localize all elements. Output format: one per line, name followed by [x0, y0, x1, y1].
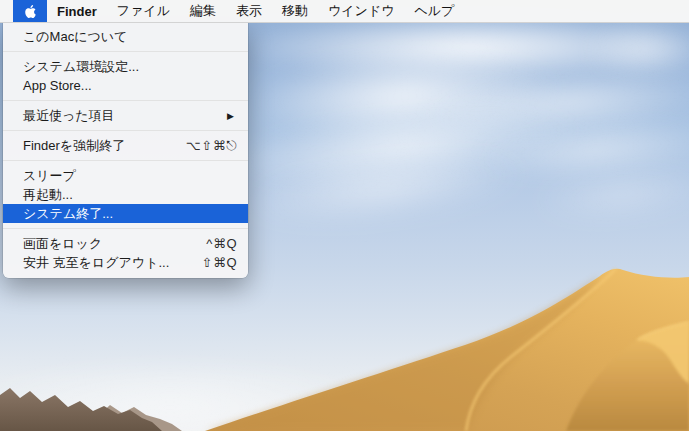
submenu-arrow-icon: ▶	[227, 111, 237, 121]
menu-item-app-store[interactable]: App Store...	[3, 76, 248, 95]
menu-item-label: システム終了...	[23, 205, 113, 223]
menu-item-label: 安井 克至をログアウト...	[23, 254, 169, 272]
menu-item-label: Finderを強制終了	[23, 137, 125, 155]
menubar-item-window[interactable]: ウインドウ	[318, 0, 405, 22]
menu-item-force-quit-finder[interactable]: Finderを強制終了 ⌥⇧⌘⎋	[3, 136, 248, 155]
menubar-item-go[interactable]: 移動	[272, 0, 318, 22]
menu-item-label: このMacについて	[23, 28, 127, 46]
menu-item-log-out-user[interactable]: 安井 克至をログアウト... ⇧⌘Q	[3, 253, 248, 272]
menu-item-label: 画面をロック	[23, 235, 102, 253]
menu-item-label: スリープ	[23, 167, 76, 185]
shortcut-label: ⇧⌘Q	[201, 255, 237, 270]
menu-item-lock-screen[interactable]: 画面をロック ^⌘Q	[3, 234, 248, 253]
menu-item-recent-items[interactable]: 最近使った項目 ▶	[3, 106, 248, 125]
menu-item-label: 再起動...	[23, 186, 73, 204]
menu-item-shut-down[interactable]: システム終了...	[3, 204, 248, 223]
desktop: Finder ファイル 編集 表示 移動 ウインドウ ヘルプ このMacについて…	[0, 0, 689, 431]
menu-item-sleep[interactable]: スリープ	[3, 166, 248, 185]
menubar-item-help[interactable]: ヘルプ	[404, 0, 464, 22]
menubar-item-file[interactable]: ファイル	[107, 0, 180, 22]
shortcut-label: ^⌘Q	[206, 236, 237, 251]
menu-item-label: 最近使った項目	[23, 107, 115, 125]
menu-item-about-this-mac[interactable]: このMacについて	[3, 27, 248, 46]
menu-separator	[3, 100, 248, 101]
menu-item-system-preferences[interactable]: システム環境設定...	[3, 57, 248, 76]
menu-separator	[3, 51, 248, 52]
menubar-item-finder[interactable]: Finder	[47, 0, 107, 22]
apple-menu-button[interactable]	[13, 0, 47, 22]
apple-menu-dropdown: このMacについて システム環境設定... App Store... 最近使った…	[3, 22, 248, 278]
menu-item-restart[interactable]: 再起動...	[3, 185, 248, 204]
menu-separator	[3, 160, 248, 161]
menubar-item-view[interactable]: 表示	[226, 0, 272, 22]
menu-item-label: システム環境設定...	[23, 58, 139, 76]
menu-item-label: App Store...	[23, 78, 92, 93]
menubar-item-edit[interactable]: 編集	[180, 0, 226, 22]
menu-separator	[3, 228, 248, 229]
apple-logo-icon	[24, 4, 37, 19]
menu-bar: Finder ファイル 編集 表示 移動 ウインドウ ヘルプ	[0, 0, 689, 23]
shortcut-label: ⌥⇧⌘⎋	[186, 138, 237, 154]
menu-separator	[3, 130, 248, 131]
